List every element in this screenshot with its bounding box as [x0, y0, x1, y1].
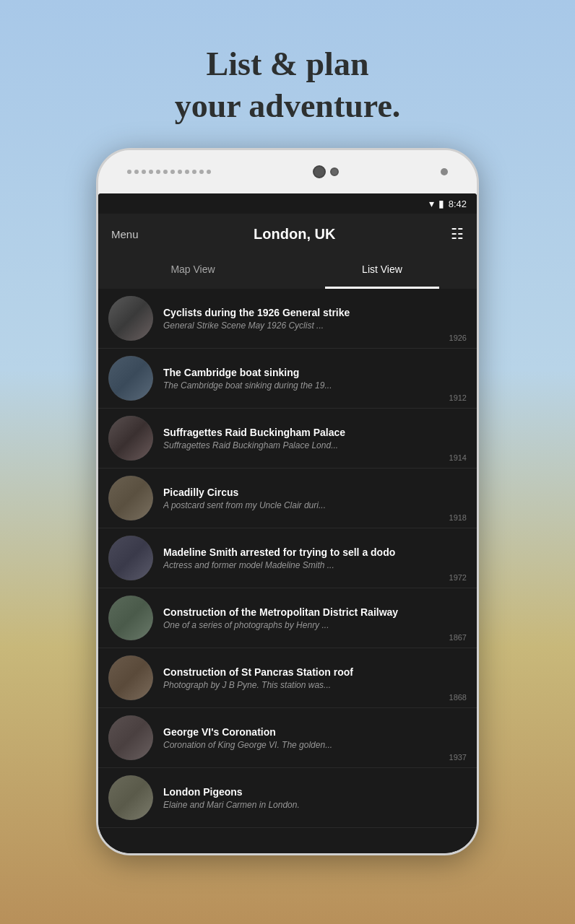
item-subtitle: Actress and former model Madeline Smith … — [163, 560, 467, 570]
wifi-icon: ▾ — [429, 198, 434, 210]
item-info: Picadilly CircusA postcard sent from my … — [163, 487, 467, 510]
item-title: George VI's Coronation — [163, 726, 467, 738]
speaker-dot — [149, 170, 153, 174]
item-subtitle: One of a series of photographs by Henry … — [163, 620, 467, 630]
list-item[interactable]: Suffragettes Raid Buckingham PalaceSuffr… — [98, 409, 477, 468]
item-info: Construction of the Metropolitan Distric… — [163, 606, 467, 630]
item-thumbnail — [108, 536, 153, 580]
speaker-dot — [185, 170, 189, 174]
list-item[interactable]: The Cambridge boat sinkingThe Cambridge … — [98, 349, 477, 409]
item-info: Construction of St Pancras Station roofP… — [163, 666, 467, 690]
speaker-dot — [170, 170, 175, 174]
speaker-dot — [192, 170, 196, 174]
item-thumbnail — [108, 775, 153, 820]
phone-camera-group — [313, 165, 339, 178]
phone-speaker — [127, 170, 211, 174]
item-subtitle: Coronation of King George VI. The golden… — [163, 740, 467, 750]
list-item[interactable]: London PigeonsElaine and Mari Carmen in … — [98, 768, 477, 828]
item-info: London PigeonsElaine and Mari Carmen in … — [163, 786, 467, 810]
phone-top-bar — [98, 150, 477, 193]
item-title: Construction of St Pancras Station roof — [163, 666, 467, 678]
item-year: 1918 — [449, 513, 467, 522]
item-title: Construction of the Metropolitan Distric… — [163, 606, 467, 618]
list-item[interactable]: Cyclists during the 1926 General strikeG… — [98, 289, 477, 349]
speaker-dot — [199, 170, 204, 174]
item-subtitle: Elaine and Mari Carmen in London. — [163, 800, 467, 810]
list-item[interactable]: Madeline Smith arrested for trying to se… — [98, 528, 477, 588]
item-thumbnail — [108, 356, 153, 401]
list-item[interactable]: George VI's CoronationCoronation of King… — [98, 708, 477, 768]
item-year: 1868 — [449, 693, 467, 702]
item-info: Suffragettes Raid Buckingham PalaceSuffr… — [163, 427, 467, 450]
item-title: Cyclists during the 1926 General strike — [163, 307, 467, 318]
menu-button[interactable]: Menu — [111, 228, 139, 240]
list-content[interactable]: Cyclists during the 1926 General strikeG… — [98, 289, 477, 853]
front-camera — [313, 165, 326, 178]
tab-list-view[interactable]: List View — [288, 254, 477, 289]
phone-screen: ▾ ▮ 8:42 Menu London, UK ☷ Map View List… — [98, 193, 477, 853]
item-subtitle: Suffragettes Raid Buckingham Palace Lond… — [163, 440, 467, 450]
item-title: The Cambridge boat sinking — [163, 367, 467, 378]
speaker-dot — [207, 170, 211, 174]
status-time: 8:42 — [449, 199, 467, 209]
hero-title: List & planyour adventure. — [175, 43, 401, 126]
item-year: 1912 — [449, 393, 467, 402]
city-title: London, UK — [254, 226, 335, 243]
item-thumbnail — [108, 296, 153, 341]
item-year: 1914 — [449, 453, 467, 462]
list-icon[interactable]: ☷ — [451, 225, 464, 243]
item-title: Madeline Smith arrested for trying to se… — [163, 546, 467, 558]
item-title: Suffragettes Raid Buckingham Palace — [163, 427, 467, 438]
speaker-dot — [134, 170, 139, 174]
item-thumbnail — [108, 715, 153, 760]
item-thumbnail — [108, 476, 153, 520]
item-subtitle: Photograph by J B Pyne. This station was… — [163, 680, 467, 690]
list-item[interactable]: Construction of St Pancras Station roofP… — [98, 648, 477, 708]
speaker-dot — [127, 170, 131, 174]
item-subtitle: The Cambridge boat sinking during the 19… — [163, 380, 467, 391]
item-subtitle: General Strike Scene May 1926 Cyclist ..… — [163, 321, 467, 331]
speaker-dot — [178, 170, 182, 174]
speaker-dot — [142, 170, 146, 174]
item-info: The Cambridge boat sinkingThe Cambridge … — [163, 367, 467, 391]
battery-icon: ▮ — [438, 198, 444, 210]
item-info: Madeline Smith arrested for trying to se… — [163, 546, 467, 570]
tab-map-view[interactable]: Map View — [98, 254, 288, 289]
item-year: 1867 — [449, 633, 467, 642]
app-header: Menu London, UK ☷ — [98, 214, 477, 254]
speaker-dot — [163, 170, 168, 174]
phone-device: ▾ ▮ 8:42 Menu London, UK ☷ Map View List… — [96, 148, 479, 855]
item-year: 1972 — [449, 573, 467, 582]
camera-secondary — [330, 167, 339, 176]
item-title: Picadilly Circus — [163, 487, 467, 498]
item-info: Cyclists during the 1926 General strikeG… — [163, 307, 467, 331]
item-year: 1937 — [449, 753, 467, 762]
phone-sensor — [441, 168, 448, 175]
tab-bar: Map View List View — [98, 254, 477, 289]
item-info: George VI's CoronationCoronation of King… — [163, 726, 467, 750]
item-subtitle: A postcard sent from my Uncle Clair duri… — [163, 500, 467, 510]
item-thumbnail — [108, 416, 153, 461]
speaker-dot — [156, 170, 160, 174]
item-title: London Pigeons — [163, 786, 467, 798]
item-year: 1926 — [449, 334, 467, 342]
item-thumbnail — [108, 655, 153, 700]
status-bar: ▾ ▮ 8:42 — [98, 193, 477, 214]
list-item[interactable]: Construction of the Metropolitan Distric… — [98, 588, 477, 648]
item-thumbnail — [108, 596, 153, 640]
list-item[interactable]: Picadilly CircusA postcard sent from my … — [98, 468, 477, 528]
